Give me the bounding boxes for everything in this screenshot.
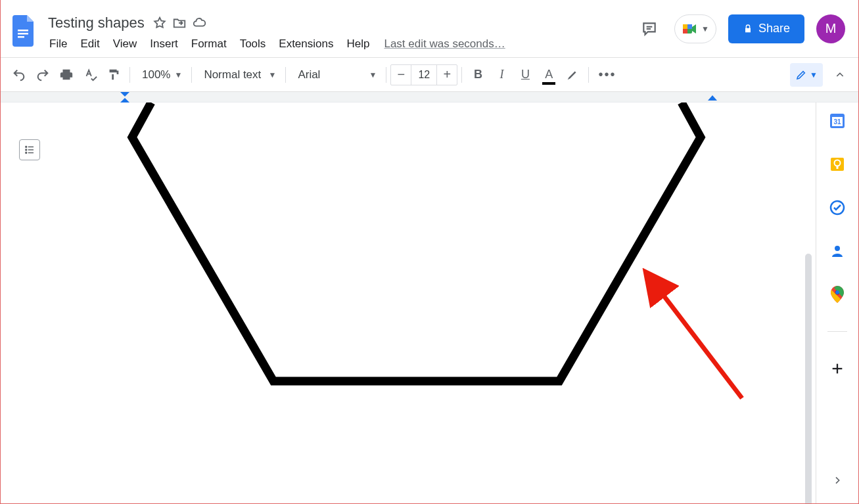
- chevron-down-icon: ▼: [701, 24, 709, 34]
- separator: [191, 67, 192, 83]
- menu-file[interactable]: File: [43, 35, 74, 53]
- lock-icon: [743, 24, 753, 34]
- doc-title-row: Testing shapes: [43, 12, 505, 34]
- svg-rect-2: [18, 36, 24, 38]
- separator: [129, 67, 130, 83]
- calendar-addon-icon[interactable]: 31: [828, 112, 847, 130]
- menu-help[interactable]: Help: [340, 35, 376, 53]
- document-canvas[interactable]: [1, 103, 816, 504]
- more-tools-button[interactable]: •••: [593, 67, 621, 82]
- spellcheck-button[interactable]: [78, 63, 102, 87]
- get-addons-button[interactable]: [828, 359, 847, 378]
- menubar: File Edit View Insert Format Tools Exten…: [43, 34, 505, 55]
- svg-rect-8: [687, 24, 692, 29]
- redo-button[interactable]: [31, 63, 55, 87]
- contacts-addon-icon[interactable]: [828, 242, 847, 260]
- font-size-group: − +: [390, 64, 457, 85]
- decrease-font-button[interactable]: −: [391, 65, 411, 85]
- main: 31: [1, 103, 858, 504]
- svg-rect-21: [837, 166, 839, 169]
- menu-tools[interactable]: Tools: [233, 35, 273, 53]
- ruler[interactable]: [1, 92, 858, 103]
- font-family-combo[interactable]: Arial▼: [290, 63, 382, 87]
- svg-point-26: [835, 290, 839, 294]
- collapse-toolbar-button[interactable]: [828, 63, 852, 87]
- svg-rect-7: [683, 29, 687, 34]
- chevron-down-icon: ▼: [174, 70, 182, 80]
- print-button[interactable]: [55, 63, 78, 87]
- svg-rect-1: [18, 33, 28, 35]
- increase-font-button[interactable]: +: [437, 65, 457, 85]
- svg-rect-6: [683, 24, 687, 29]
- svg-rect-0: [18, 30, 28, 32]
- side-panel: 31: [816, 103, 858, 504]
- menu-insert[interactable]: Insert: [143, 35, 185, 53]
- share-button[interactable]: Share: [728, 14, 804, 43]
- chevron-down-icon: ▼: [268, 70, 276, 80]
- svg-line-15: [659, 290, 742, 398]
- separator: [386, 67, 386, 83]
- zoom-value: 100%: [142, 68, 170, 81]
- separator: [588, 67, 589, 83]
- menu-extensions[interactable]: Extensions: [272, 35, 340, 53]
- paint-format-button[interactable]: [102, 63, 126, 87]
- zoom-combo[interactable]: 100%▼: [134, 63, 187, 87]
- menu-edit[interactable]: Edit: [74, 35, 106, 53]
- text-color-button[interactable]: A: [537, 63, 561, 87]
- last-edit-link[interactable]: Last edit was seconds…: [376, 37, 505, 51]
- editing-mode-button[interactable]: ▼: [790, 63, 823, 87]
- underline-button[interactable]: U: [513, 63, 537, 87]
- annotation-arrow: [1, 103, 809, 504]
- font-value: Arial: [298, 68, 320, 81]
- toolbar-right: ▼: [790, 63, 852, 87]
- undo-button[interactable]: [7, 63, 31, 87]
- style-value: Normal text: [204, 68, 261, 81]
- bold-button[interactable]: B: [466, 63, 490, 87]
- menu-format[interactable]: Format: [185, 35, 233, 53]
- italic-button[interactable]: I: [490, 63, 513, 87]
- svg-point-23: [835, 246, 840, 251]
- maps-addon-icon[interactable]: [828, 285, 847, 304]
- hide-sidepanel-button[interactable]: [827, 470, 848, 491]
- toolbar: 100%▼ Normal text▼ Arial▼ − + B I U A ••…: [1, 58, 858, 92]
- move-folder-icon[interactable]: [170, 13, 189, 33]
- paragraph-style-combo[interactable]: Normal text▼: [196, 63, 281, 87]
- vertical-scrollbar[interactable]: [805, 254, 812, 504]
- chevron-down-icon: ▼: [369, 70, 377, 80]
- tasks-addon-icon[interactable]: [828, 198, 847, 217]
- meet-button[interactable]: ▼: [674, 14, 716, 43]
- document-title[interactable]: Testing shapes: [43, 14, 150, 32]
- keep-addon-icon[interactable]: [828, 155, 847, 173]
- account-avatar[interactable]: M: [816, 14, 845, 43]
- docs-app-icon[interactable]: [6, 14, 43, 47]
- star-icon[interactable]: [150, 13, 170, 33]
- menu-view[interactable]: View: [106, 35, 144, 53]
- right-indent-marker[interactable]: [708, 92, 717, 103]
- comments-icon[interactable]: [636, 16, 662, 42]
- cloud-status-icon[interactable]: [189, 13, 209, 33]
- svg-text:31: 31: [833, 118, 841, 126]
- share-label: Share: [758, 22, 790, 35]
- separator: [461, 67, 462, 83]
- highlight-color-button[interactable]: [561, 63, 584, 87]
- titlebar-left: Testing shapes File Edit View Insert For…: [6, 0, 505, 57]
- titlebar-right: ▼ Share M: [636, 0, 853, 57]
- doc-area: Testing shapes File Edit View Insert For…: [43, 6, 505, 55]
- font-size-input[interactable]: [411, 65, 437, 85]
- chevron-down-icon: ▼: [810, 70, 818, 80]
- separator: [827, 331, 847, 332]
- pencil-icon: [795, 69, 807, 81]
- separator: [285, 67, 286, 83]
- titlebar: Testing shapes File Edit View Insert For…: [1, 0, 858, 58]
